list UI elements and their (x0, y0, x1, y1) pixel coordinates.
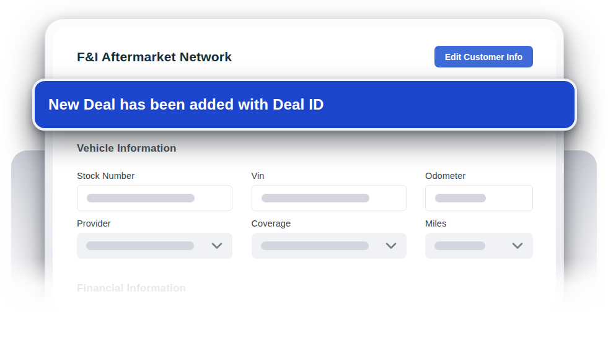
toast-message: New Deal has been added with Deal ID (48, 96, 324, 113)
field-label: Stock Number (77, 171, 232, 181)
field-coverage: Coverage (252, 219, 407, 259)
skeleton-placeholder (435, 194, 486, 202)
odometer-input[interactable] (425, 185, 533, 211)
vehicle-form-row-1: Stock Number Vin Odometer (77, 171, 533, 211)
field-label: Provider (77, 219, 232, 228)
vin-input[interactable] (252, 185, 407, 211)
skeleton-placeholder (434, 241, 485, 250)
field-vin: Vin (252, 171, 407, 211)
skeleton-placeholder (262, 194, 369, 202)
section-title-financial: Financial Information (77, 282, 533, 295)
stock-number-input[interactable] (77, 185, 232, 211)
edit-customer-info-button[interactable]: Edit Customer Info (434, 46, 533, 67)
field-provider: Provider (77, 219, 232, 259)
field-label: Odometer (425, 171, 533, 181)
chevron-down-icon (386, 242, 397, 249)
card-content: Vehicle Information Stock Number Vin (53, 142, 556, 295)
miles-select[interactable] (425, 233, 533, 259)
chevron-down-icon (512, 242, 523, 249)
section-title-vehicle: Vehicle Information (77, 142, 533, 155)
skeleton-placeholder (261, 241, 369, 250)
toast-banner: New Deal has been added with Deal ID (32, 79, 577, 131)
field-label: Miles (425, 219, 533, 228)
skeleton-placeholder (87, 194, 195, 202)
field-odometer: Odometer (425, 171, 533, 211)
page: F&I Aftermarket Network Edit Customer In… (0, 0, 608, 364)
field-label: Vin (252, 171, 407, 181)
chevron-down-icon (211, 242, 222, 249)
field-stock-number: Stock Number (77, 171, 232, 211)
provider-select[interactable] (77, 233, 232, 259)
skeleton-placeholder (86, 241, 194, 250)
coverage-select[interactable] (252, 233, 407, 259)
card-shell: F&I Aftermarket Network Edit Customer In… (45, 19, 564, 314)
vehicle-form-row-2: Provider Coverage Mi (77, 219, 533, 259)
deal-card: F&I Aftermarket Network Edit Customer In… (53, 27, 556, 314)
card-header: F&I Aftermarket Network Edit Customer In… (53, 27, 556, 67)
page-title: F&I Aftermarket Network (77, 50, 232, 64)
field-miles: Miles (425, 219, 533, 259)
field-label: Coverage (252, 219, 407, 228)
